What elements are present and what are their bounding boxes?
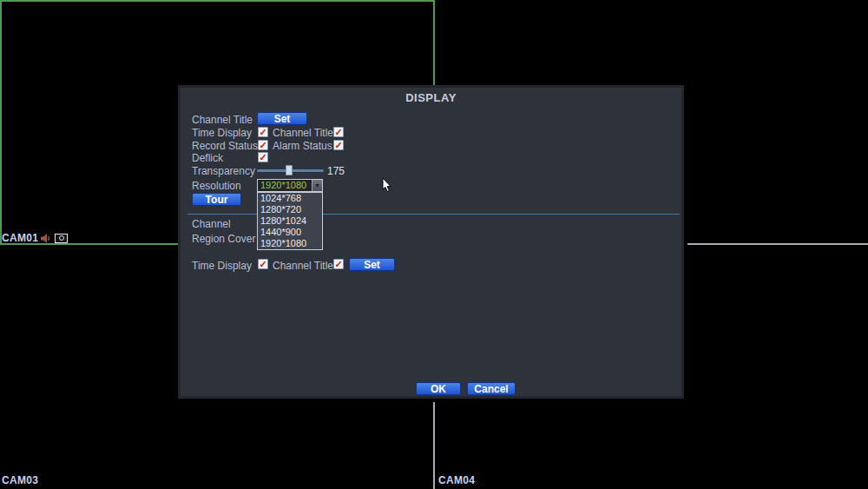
resolution-option[interactable]: 1024*768 bbox=[258, 193, 322, 204]
tour-button[interactable]: Tour bbox=[192, 193, 241, 206]
bottom-time-display-label: Time Display bbox=[192, 260, 252, 272]
record-status-label: Record Status bbox=[192, 140, 258, 152]
time-display-label: Time Display bbox=[192, 127, 252, 139]
resolution-label: Resolution bbox=[192, 180, 241, 192]
resolution-option[interactable]: 1920*1080 bbox=[258, 238, 322, 249]
bottom-channel-title-checkbox[interactable]: ✓ bbox=[333, 259, 344, 269]
record-status-checkbox[interactable]: ✓ bbox=[258, 140, 268, 150]
region-cover-set-button[interactable]: Set bbox=[349, 258, 395, 271]
resolution-selected-value: 1920*1080 bbox=[260, 180, 306, 190]
dialog-title: DISPLAY bbox=[181, 91, 681, 104]
dvr-screen: CAM01 CAM03 CAM04 DISPLAY Channel Title … bbox=[0, 0, 868, 489]
camera-label-cam03: CAM03 bbox=[2, 474, 38, 486]
mouse-cursor-icon bbox=[382, 178, 392, 197]
resolution-option[interactable]: 1280*720 bbox=[258, 204, 322, 215]
region-cover-label: Region Cover bbox=[192, 233, 255, 245]
display-settings-dialog: DISPLAY Channel Title Set Time Display ✓… bbox=[178, 85, 684, 399]
channel-title-label: Channel Title bbox=[192, 114, 253, 126]
cam03-name: CAM03 bbox=[2, 474, 38, 486]
bottom-channel-title-label: Channel Title bbox=[273, 260, 333, 272]
transparency-slider-thumb[interactable] bbox=[286, 165, 293, 175]
transparency-slider[interactable] bbox=[257, 169, 324, 172]
alarm-status-label: Alarm Status bbox=[273, 140, 332, 152]
deflick-checkbox[interactable]: ✓ bbox=[258, 152, 268, 162]
time-display-checkbox[interactable]: ✓ bbox=[258, 127, 268, 137]
deflick-label: Deflick bbox=[192, 152, 223, 164]
chevron-down-icon[interactable]: ▼ bbox=[312, 180, 322, 191]
camera-label-cam04: CAM04 bbox=[438, 474, 475, 486]
channel-label: Channel bbox=[192, 218, 231, 230]
resolution-dropdown-list: 1024*768 1280*720 1280*1024 1440*900 192… bbox=[257, 192, 323, 250]
cam04-name: CAM04 bbox=[438, 474, 475, 486]
channel-title-set-button[interactable]: Set bbox=[257, 112, 307, 125]
transparency-label: Transparency bbox=[192, 165, 255, 177]
resolution-select[interactable]: 1920*1080 ▼ bbox=[257, 179, 323, 192]
alarm-status-checkbox[interactable]: ✓ bbox=[333, 140, 344, 150]
channel-title-checkbox[interactable]: ✓ bbox=[333, 127, 344, 137]
bottom-time-display-checkbox[interactable]: ✓ bbox=[258, 259, 268, 269]
channel-title-checkbox-label: Channel Title bbox=[273, 127, 333, 139]
ok-button[interactable]: OK bbox=[416, 382, 461, 395]
speaker-icon bbox=[41, 234, 52, 243]
cancel-button[interactable]: Cancel bbox=[467, 382, 516, 395]
cam01-name: CAM01 bbox=[2, 232, 38, 244]
resolution-option[interactable]: 1280*1024 bbox=[258, 215, 322, 227]
monitor-status-icon bbox=[55, 234, 68, 243]
transparency-value: 175 bbox=[327, 165, 345, 177]
camera-label-cam01: CAM01 bbox=[2, 232, 68, 244]
resolution-option[interactable]: 1440*900 bbox=[258, 227, 322, 238]
